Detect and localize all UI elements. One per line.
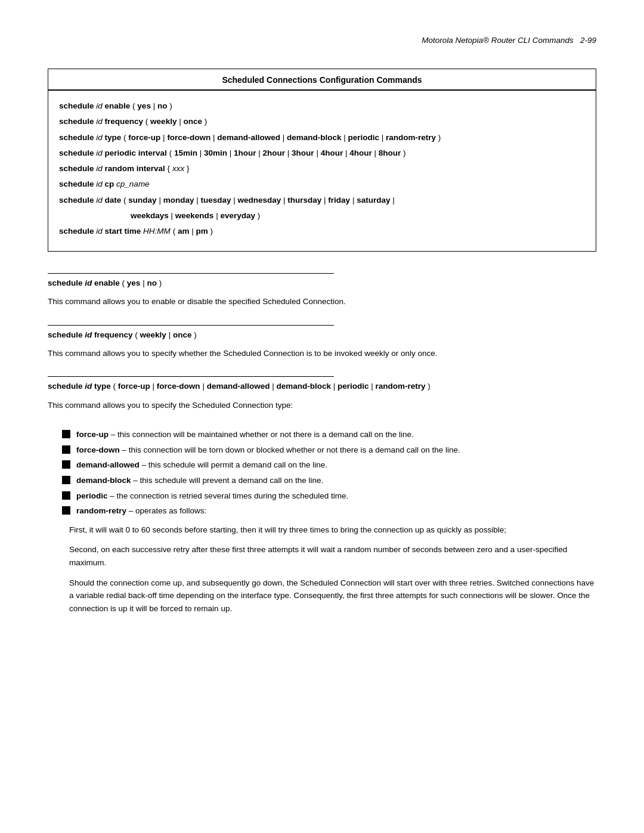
table-row: schedule id frequency ( weekly | once ) xyxy=(59,114,585,129)
section-body-enable: This command allows you to enable or dis… xyxy=(48,295,596,308)
table-heading: Scheduled Connections Configuration Comm… xyxy=(48,69,596,91)
header-page: 2-99 xyxy=(580,36,596,45)
section-frequency: schedule id frequency ( weekly | once ) … xyxy=(48,325,596,360)
bullet-icon xyxy=(62,491,70,500)
section-divider xyxy=(48,376,334,377)
list-item: demand-allowed – this schedule will perm… xyxy=(62,459,596,472)
section-divider xyxy=(48,273,334,274)
header-title: Motorola Netopia® Router CLI Commands xyxy=(422,36,574,45)
bullet-icon xyxy=(62,506,70,515)
section-heading-type: schedule id type ( force-up | force-down… xyxy=(48,380,596,392)
list-item: random-retry – operates as follows: xyxy=(62,504,596,518)
section-divider xyxy=(48,325,334,326)
bullet-list: force-up – this connection will be maint… xyxy=(62,428,596,518)
table-body: schedule id enable ( yes | no ) schedule… xyxy=(48,91,596,251)
list-item: force-down – this connection will be tor… xyxy=(62,444,596,457)
table-row: schedule id random interval { xxx } xyxy=(59,162,585,176)
section-heading-frequency: schedule id frequency ( weekly | once ) xyxy=(48,329,596,341)
bullet-icon xyxy=(62,460,70,469)
indent-para-2: Second, on each successive retry after t… xyxy=(69,543,596,569)
section-body-type: This command allows you to specify the S… xyxy=(48,399,596,412)
table-row: schedule id date ( sunday | monday | tue… xyxy=(59,193,585,208)
table-row: schedule id enable ( yes | no ) xyxy=(59,99,585,113)
bullet-icon xyxy=(62,445,70,454)
config-table: Scheduled Connections Configuration Comm… xyxy=(48,69,596,252)
section-enable: schedule id enable ( yes | no ) This com… xyxy=(48,273,596,308)
indent-para-3: Should the connection come up, and subse… xyxy=(69,577,596,615)
indent-para-1: First, it will wait 0 to 60 seconds befo… xyxy=(69,524,596,537)
page-header: Motorola Netopia® Router CLI Commands 2-… xyxy=(48,36,596,45)
bullet-icon xyxy=(62,476,70,484)
bullet-icon xyxy=(62,430,70,438)
table-row: schedule id type ( force-up | force-down… xyxy=(59,131,585,145)
list-item: force-up – this connection will be maint… xyxy=(62,428,596,441)
table-row-continued: weekdays | weekends | everyday ) xyxy=(59,209,585,223)
page: Motorola Netopia® Router CLI Commands 2-… xyxy=(0,0,644,833)
list-item: periodic – the connection is retried sev… xyxy=(62,490,596,503)
section-heading-enable: schedule id enable ( yes | no ) xyxy=(48,277,596,289)
table-row: schedule id cp cp_name xyxy=(59,177,585,191)
section-body-frequency: This command allows you to specify wheth… xyxy=(48,347,596,360)
table-row: schedule id periodic interval ( 15min | … xyxy=(59,146,585,160)
table-row: schedule id start time HH:MM ( am | pm ) xyxy=(59,224,585,239)
list-item: demand-block – this schedule will preven… xyxy=(62,474,596,487)
section-type: schedule id type ( force-up | force-down… xyxy=(48,376,596,615)
